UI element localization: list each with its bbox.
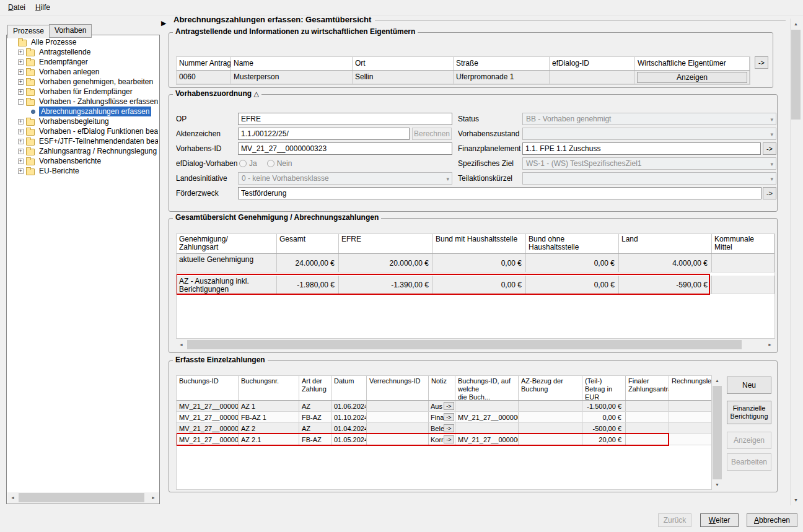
anzeigen-button[interactable]: Anzeigen — [637, 72, 747, 83]
scroll-thumb[interactable] — [19, 493, 144, 502]
tree-item[interactable]: +Endempfänger — [8, 57, 158, 67]
nein-radio-option[interactable]: Nein — [267, 159, 292, 168]
tree-item[interactable]: +ESF+/JTF-Teilnehmendendaten bearbeiten — [8, 136, 158, 146]
foerderzweck-input[interactable] — [238, 187, 761, 199]
scroll-thumb[interactable] — [187, 340, 742, 349]
table-row[interactable]: MV_21_27__000000AZ 1AZ01.06.2024Aus->-1.… — [177, 401, 711, 412]
scroll-left-icon[interactable]: ◄ — [7, 492, 18, 503]
finanzielle-berichtigung-button[interactable]: Finanzielle Berichtigung — [727, 401, 771, 424]
expand-icon[interactable]: + — [18, 129, 24, 134]
scroll-thumb[interactable] — [791, 30, 801, 120]
tab-prozesse[interactable]: Prozesse — [7, 25, 50, 38]
expand-icon[interactable]: + — [18, 59, 24, 65]
scroll-up-icon[interactable]: ▲ — [712, 375, 722, 386]
bearbeiten-button[interactable]: Bearbeiten — [727, 453, 771, 471]
tree-item[interactable]: -Vorhaben - Zahlungsflüsse erfassen — [8, 97, 158, 107]
berechnen-button[interactable]: Berechnen — [412, 128, 452, 140]
applicants-arrow-button[interactable]: -> — [755, 56, 768, 69]
tree-item[interactable]: +Vorhaben - efDialog Funktionen bearbeit… — [8, 126, 158, 136]
status-select[interactable]: BB - Vorhaben genehmigt ▾ — [522, 113, 776, 125]
finanzplanelement-arrow-button[interactable]: -> — [763, 142, 776, 155]
table-row[interactable]: AZ - Auszahlung inkl. Berichtigungen-1.9… — [177, 276, 774, 294]
column-header[interactable]: Straße — [454, 57, 550, 70]
menu-datei[interactable]: Datei — [3, 1, 30, 14]
landesinitiative-select[interactable]: 0 - keine Vorhabensklasse ▾ — [238, 172, 452, 185]
op-input[interactable] — [238, 113, 452, 125]
expand-icon[interactable]: + — [18, 89, 24, 95]
column-header[interactable]: Buchungsnr. — [239, 376, 299, 400]
tree-item[interactable]: +Vorhaben für Endempfänger — [8, 87, 158, 97]
column-header[interactable]: (Teil-) Betrag in EUR — [582, 376, 626, 400]
teilaktionskuerzel-select[interactable]: ▾ — [522, 172, 776, 185]
column-header[interactable]: AZ-Bezug der Buchung — [519, 376, 582, 400]
table-row[interactable]: MV_21_27__000000AZ 2AZ01.04.2024Bele->-5… — [177, 423, 711, 434]
column-header[interactable]: Genehmigung/ Zahlungsart — [177, 234, 277, 253]
radio-icon[interactable] — [239, 160, 247, 167]
scroll-down-icon[interactable]: ▼ — [791, 495, 801, 505]
neu-button[interactable]: Neu — [727, 377, 771, 394]
notiz-arrow-button[interactable]: -> — [444, 402, 454, 410]
collapse-icon[interactable]: - — [18, 99, 24, 105]
column-header[interactable]: Rechnungsle... — [669, 376, 712, 400]
expand-icon[interactable]: + — [18, 139, 24, 144]
vorhabens-id-input[interactable] — [238, 142, 452, 155]
notiz-arrow-button[interactable]: -> — [444, 424, 454, 432]
table-row[interactable]: aktuelle Genehmigung24.000,00 €20.000,00… — [177, 254, 774, 273]
tree-item[interactable]: +Vorhabensberichte — [8, 156, 158, 166]
foerderzweck-arrow-button[interactable]: -> — [763, 187, 776, 199]
column-header[interactable]: Land — [619, 234, 712, 253]
section-collapse-icon[interactable]: △ — [253, 90, 258, 97]
tree-item[interactable]: +Vorhabensbegleitung — [8, 116, 158, 126]
scroll-right-icon[interactable]: ► — [765, 339, 775, 350]
column-header[interactable]: Buchungs-ID, auf welche die Buch... — [455, 376, 519, 400]
ja-radio-option[interactable]: Ja — [239, 159, 257, 168]
expand-icon[interactable]: + — [18, 79, 24, 85]
tree-item[interactable]: +Zahlungsantrag / Rechnungslegung — [8, 146, 158, 156]
zurueck-button[interactable]: Zurück — [658, 513, 691, 527]
anzeigen-detail-button[interactable]: Anzeigen — [727, 432, 771, 449]
table-row[interactable]: MV_21_27__000000AZ 2.1FB-AZ01.05.2024Kor… — [177, 434, 711, 445]
tab-vorhaben[interactable]: Vorhaben — [49, 24, 92, 38]
scroll-right-icon[interactable]: ► — [148, 492, 159, 503]
scroll-up-icon[interactable]: ▲ — [791, 19, 801, 29]
tree-horizontal-scrollbar[interactable]: ◄ ► — [7, 492, 159, 503]
tree-item[interactable]: Abrechnungszahlungen erfassen — [8, 107, 158, 116]
expand-icon[interactable]: + — [18, 149, 24, 154]
scroll-left-icon[interactable]: ◄ — [176, 339, 186, 350]
column-header[interactable]: Verrechnungs-ID — [367, 376, 429, 400]
table-row[interactable]: 0060MusterpersonSellinUferpromonade 1Anz… — [177, 71, 750, 84]
column-header[interactable]: Notiz — [429, 376, 455, 400]
expand-icon[interactable]: + — [18, 168, 24, 174]
abbrechen-button[interactable]: Abbrechen — [747, 513, 797, 527]
column-header[interactable]: Gesamt — [277, 234, 339, 253]
payments-vertical-scrollbar[interactable]: ▲ ▼ — [712, 375, 722, 490]
expand-icon[interactable]: + — [18, 119, 24, 124]
expand-icon[interactable]: + — [18, 50, 24, 55]
weiter-button[interactable]: Weiter — [700, 513, 739, 527]
overview-horizontal-scrollbar[interactable]: ◄ ► — [176, 339, 775, 350]
main-vertical-scrollbar[interactable]: ▲ ▼ — [790, 19, 801, 505]
scroll-down-icon[interactable]: ▼ — [712, 479, 722, 490]
column-header[interactable]: Ort — [353, 57, 454, 70]
column-header[interactable]: Nummer Antragstelle... — [177, 57, 231, 70]
expand-icon[interactable]: + — [18, 159, 24, 164]
scroll-thumb[interactable] — [713, 386, 722, 479]
column-header[interactable]: Buchungs-ID — [177, 376, 239, 400]
splitter-collapse-icon[interactable]: ▶ — [161, 19, 166, 27]
finanzplanelement-input[interactable] — [522, 142, 761, 155]
menu-hilfe[interactable]: Hilfe — [30, 1, 55, 14]
tree-item[interactable]: +Vorhaben genehmigen, bearbeiten — [8, 77, 158, 87]
tree-item[interactable]: +Antragstellende — [8, 47, 158, 57]
column-header[interactable]: Finaler Zahlungsantra — [626, 376, 669, 400]
notiz-arrow-button[interactable]: -> — [444, 413, 454, 421]
expand-icon[interactable]: + — [18, 69, 24, 75]
notiz-arrow-button[interactable]: -> — [444, 435, 454, 443]
column-header[interactable]: EFRE — [339, 234, 433, 253]
tree-item[interactable]: +EU-Berichte — [8, 166, 158, 176]
column-header[interactable]: efDialog-ID — [550, 57, 635, 70]
spezifisches-ziel-select[interactable]: WS-1 - (WS) TestSpezifischesZiel1 ▾ — [522, 157, 776, 170]
column-header[interactable]: Kommunale Mittel — [712, 234, 774, 253]
column-header[interactable]: Wirtschaftliche Eigentümer — [635, 57, 750, 70]
vorhabenszustand-select[interactable]: ▾ — [522, 128, 776, 140]
column-header[interactable]: Art der Zahlung — [299, 376, 331, 400]
